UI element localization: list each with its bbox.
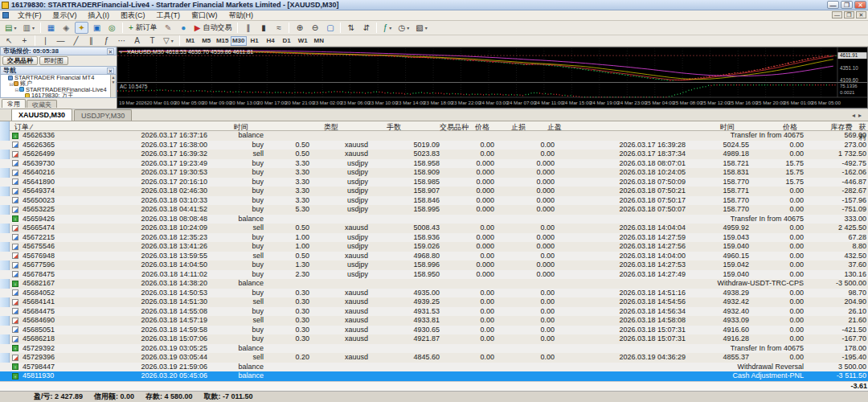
chart-tab-USDJPYM30[interactable]: USDJPY,M30 [74,109,132,121]
menu-charts[interactable]: 图表(C) [115,11,151,19]
timeframe-w1[interactable]: W1 [295,36,311,46]
tree-item-platform[interactable]: STARTRADER Financial MT4 [1,75,116,80]
text-tool[interactable]: A [130,35,144,47]
maximize-button[interactable]: ❐ [841,1,853,9]
history-row[interactable]: 456397302026.03.17 19:23:49buy3.30usdjpy… [0,159,868,169]
child-restore-button[interactable]: ❐ [844,11,854,18]
dropdown-arrow-icon[interactable]: ▾ [407,25,409,31]
tree-item-live-server[interactable]: ⊟STARTRADERFinancial-Live4 [1,87,116,92]
chart-window-icon[interactable] [2,12,9,18]
chart-tab-XAUUSDM30[interactable]: XAUUSD,M30 [11,109,72,121]
shapes-tool[interactable]: ▽▾ [161,35,176,47]
strategy-tester-button[interactable]: ◎ [105,22,119,34]
history-row[interactable]: 456755462026.03.18 13:41:26buy1.00usdjpy… [0,242,868,252]
close-button[interactable]: ✕ [854,1,866,9]
history-row[interactable]: 456722152026.03.18 12:35:23buy1.00usdjpy… [0,233,868,243]
templates-button[interactable]: ▧▾ [413,22,429,34]
timeframe-m1[interactable]: M1 [182,36,199,46]
timeframe-h4[interactable]: H4 [263,36,279,46]
history-row[interactable]: 456418902026.03.17 20:16:10buy3.30usdjpy… [0,178,868,187]
menu-help[interactable]: 帮助(H) [223,11,260,19]
arrange-down-button[interactable]: ⇵ [359,22,373,34]
tree-item-accounts[interactable]: ⊟账户 [1,80,116,86]
menu-file[interactable]: 文件(F) [12,11,47,19]
crosshair-tool[interactable]: + [18,35,31,47]
new-chart-button[interactable]: ▤▾ [2,22,18,34]
new-order-button[interactable]: +新订单 [126,22,160,34]
navigator-button[interactable]: ✦ [75,22,88,34]
history-row[interactable]: ↑457293922026.03.19 03:05:25balance178.0… [0,344,868,354]
indicators-button[interactable]: ƒ▾ [380,22,394,34]
navigator-tab-收藏夹[interactable]: 收藏夹 [27,100,57,108]
history-row[interactable]: ↑456263362026.03.17 16:37:16balance569.0… [0,131,868,141]
history-row[interactable]: 456532252026.03.18 04:41:52buy5.30usdjpy… [0,205,868,215]
profiles-button[interactable]: ▥▾ [20,22,36,34]
history-row[interactable]: ↑458119302026.03.20 05:45:06balance-3 51… [0,371,868,381]
data-window-button[interactable]: ◈ [59,22,73,34]
menu-insert[interactable]: 插入(I) [83,11,116,19]
dropdown-arrow-icon[interactable]: ▾ [32,25,35,31]
tile-windows-button[interactable]: ▢ [323,22,337,34]
history-row[interactable]: 456840522026.03.18 14:50:53buy0.30xauusd… [0,289,868,298]
menu-tools[interactable]: 工具(T) [151,11,186,19]
bar-chart-button[interactable]: ∥ [241,22,255,34]
price-chart[interactable]: 4608.104351.104109.604611.9175.13360.002… [117,47,868,109]
zoom-out-button[interactable]: ⊖ [308,22,321,34]
history-row[interactable]: 457293962026.03.19 03:05:44sell0.20xauus… [0,353,868,363]
navigator-tab-常用[interactable]: 常用 [2,99,26,108]
history-row[interactable]: 456850512026.03.18 14:59:58buy0.30xauusd… [0,326,868,335]
history-row[interactable]: 456862182026.03.18 15:07:06buy0.30xauusd… [0,334,868,344]
child-minimize-button[interactable]: ― [832,11,842,18]
history-row[interactable]: ↑456821672026.03.18 14:38:20balance-3 50… [0,279,868,289]
menu-view[interactable]: 显示(V) [47,11,83,19]
channel-tool[interactable]: ∥ [84,35,98,47]
tree-item-account[interactable]: 16179830: 万王 [1,92,116,98]
history-row[interactable]: 456263652026.03.17 16:38:00buy0.50xauusd… [0,141,868,150]
child-close-button[interactable]: ✕ [856,11,866,18]
timeframe-d1[interactable]: D1 [279,36,295,46]
dropdown-arrow-icon[interactable]: ▾ [14,25,16,31]
history-row[interactable]: 456402162026.03.17 19:30:53buy3.30usdjpy… [0,168,868,178]
candlestick-button[interactable]: ▮ [256,22,270,34]
dropdown-arrow-icon[interactable]: ▾ [389,25,391,31]
market-watch-close-icon[interactable]: ✕ [107,48,114,55]
history-row[interactable]: 456841412026.03.18 14:51:30sell0.30xauus… [0,297,868,307]
text-label-tool[interactable]: T [145,35,159,47]
dropdown-arrow-icon[interactable]: ▾ [171,38,174,43]
horizontal-line-tool[interactable]: ― [54,35,68,47]
tab-scroll-arrows[interactable]: ◂▸ [852,112,865,119]
history-row[interactable]: 456500232026.03.18 03:10:33buy3.30usdjpy… [0,196,868,206]
cursor-tool[interactable]: ↖ [2,35,16,47]
navigator-close-icon[interactable]: ✕ [107,68,114,74]
periods-button[interactable]: ◷▾ [395,22,411,34]
community-button[interactable]: ● [177,22,190,34]
history-row[interactable]: ↑457984472026.03.19 21:59:06balance3 500… [0,363,868,372]
autotrading-button[interactable]: ▶自动交易 [192,22,235,34]
history-row[interactable]: 456769482026.03.18 13:59:55sell0.50xauus… [0,252,868,261]
fibonacci-tool[interactable]: ƒ [100,35,113,47]
metaeditor-button[interactable]: ✎ [162,22,175,34]
vertical-line-tool[interactable]: ∣ [39,35,52,47]
history-row[interactable]: 456493742026.03.18 02:46:30buy3.30usdjpy… [0,187,868,196]
market-watch-tab-交易品种[interactable]: 交易品种 [2,56,38,65]
timeframe-m15[interactable]: M15 [215,36,231,46]
timeframe-m30[interactable]: M30 [231,36,247,46]
grid-tool[interactable]: ⋯ [115,35,129,47]
line-chart-button[interactable]: ≈ [272,22,285,34]
timeframe-mn[interactable]: MN [311,36,327,46]
market-watch-tab-即时图[interactable]: 即时图 [39,56,68,65]
terminal-button[interactable]: ▣ [90,22,104,34]
history-row[interactable]: 456846902026.03.18 14:57:19sell0.30xauus… [0,316,868,326]
menu-window[interactable]: 窗口(W) [186,11,223,19]
zoom-in-button[interactable]: ⊕ [293,22,306,34]
dropdown-arrow-icon[interactable]: ▾ [425,25,428,31]
history-row[interactable]: 456264992026.03.17 16:39:32sell0.50xauus… [0,150,868,159]
market-watch-button[interactable]: ▦ [44,22,58,34]
arrange-up-button[interactable]: ⇅ [344,22,358,34]
history-row[interactable]: ↑456594262026.03.18 08:08:48balance333.0… [0,215,868,224]
minimize-button[interactable]: ― [827,1,839,9]
history-row[interactable]: 456784752026.03.18 14:11:02buy2.30usdjpy… [0,270,868,280]
timeframe-m5[interactable]: M5 [199,36,215,46]
timeframe-h1[interactable]: H1 [247,36,263,46]
trendline-tool[interactable]: ╱ [69,35,83,47]
